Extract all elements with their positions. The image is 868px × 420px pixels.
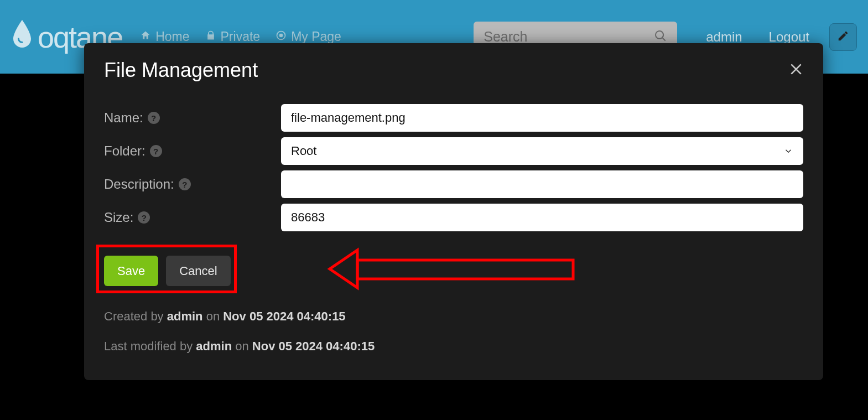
created-prefix: Created by — [104, 309, 167, 323]
created-on: Nov 05 2024 04:40:15 — [223, 309, 345, 323]
row-folder: Folder: ? — [104, 137, 803, 165]
lock-icon — [205, 29, 216, 44]
svg-rect-4 — [357, 260, 573, 279]
cancel-button[interactable]: Cancel — [166, 256, 230, 286]
logout-link[interactable]: Logout — [769, 29, 809, 45]
modified-meta: Last modified by admin on Nov 05 2024 04… — [104, 335, 803, 358]
label-size: Size: ? — [104, 210, 281, 225]
search-input[interactable] — [484, 29, 649, 45]
annotation-arrow-icon — [237, 245, 580, 293]
svg-point-1 — [279, 34, 283, 38]
nav-links: Home Private My Page — [140, 29, 341, 44]
nav-private-label: Private — [221, 29, 261, 44]
row-name: Name: ? — [104, 104, 803, 132]
nav-mypage-label: My Page — [291, 29, 341, 44]
file-management-modal: File Management Name: ? Folder: ? Descri… — [84, 43, 823, 380]
close-button[interactable] — [789, 62, 803, 79]
nav-home[interactable]: Home — [140, 29, 189, 44]
label-description-text: Description: — [104, 177, 174, 192]
modified-prefix: Last modified by — [104, 339, 196, 353]
description-input[interactable] — [281, 170, 803, 198]
logo-drop-icon — [11, 19, 33, 55]
button-row: Save Cancel — [104, 256, 803, 286]
modified-by: admin — [196, 339, 232, 353]
edit-button[interactable] — [829, 23, 857, 51]
folder-select[interactable] — [281, 137, 803, 165]
user-link[interactable]: admin — [706, 29, 742, 45]
name-input[interactable] — [281, 104, 803, 132]
target-icon — [276, 29, 287, 44]
nav-private[interactable]: Private — [205, 29, 261, 44]
modified-on-word: on — [232, 339, 252, 353]
help-icon[interactable]: ? — [138, 211, 150, 224]
pencil-icon — [837, 30, 849, 44]
label-folder: Folder: ? — [104, 143, 281, 159]
nav-home-label: Home — [155, 29, 189, 44]
save-button[interactable]: Save — [104, 256, 158, 286]
created-meta: Created by admin on Nov 05 2024 04:40:15 — [104, 305, 803, 328]
created-by: admin — [167, 309, 203, 323]
nav-mypage[interactable]: My Page — [276, 29, 341, 44]
label-name-text: Name: — [104, 110, 143, 126]
nav-right: admin Logout — [706, 29, 809, 45]
help-icon[interactable]: ? — [150, 145, 162, 157]
row-description: Description: ? — [104, 170, 803, 198]
label-description: Description: ? — [104, 177, 281, 192]
modal-title: File Management — [104, 59, 258, 82]
modified-on: Nov 05 2024 04:40:15 — [252, 339, 375, 353]
help-icon[interactable]: ? — [179, 178, 191, 190]
label-size-text: Size: — [104, 210, 133, 225]
help-icon[interactable]: ? — [148, 112, 160, 124]
label-folder-text: Folder: — [104, 143, 145, 159]
home-icon — [140, 29, 151, 44]
svg-marker-5 — [330, 250, 357, 288]
search-icon[interactable] — [654, 29, 667, 45]
size-display — [281, 204, 803, 231]
row-size: Size: ? — [104, 204, 803, 231]
created-on-word: on — [203, 309, 224, 323]
label-name: Name: ? — [104, 110, 281, 126]
modal-header: File Management — [104, 59, 803, 82]
